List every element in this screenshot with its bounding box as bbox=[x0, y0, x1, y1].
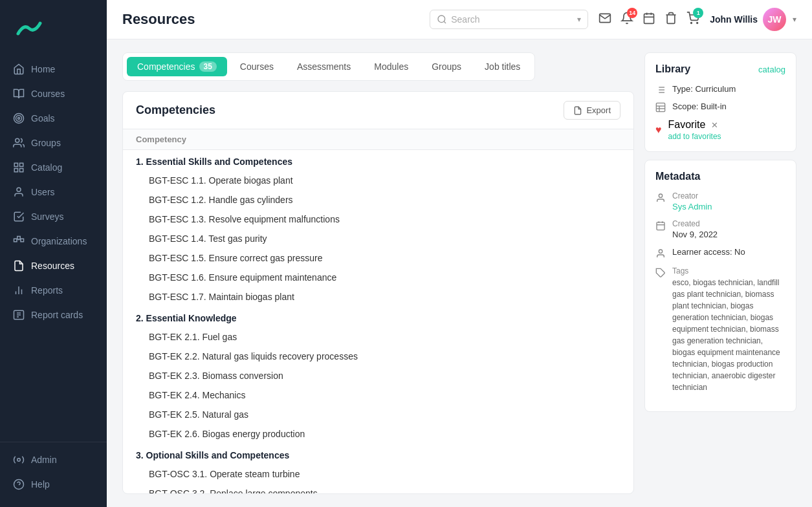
calendar-button[interactable] bbox=[642, 12, 655, 27]
sidebar-item-help-label: Help bbox=[31, 479, 50, 490]
tags-row: Tags esco, biogas technician, landfill g… bbox=[655, 266, 785, 393]
heart-icon: ♥ bbox=[655, 124, 662, 136]
content-area: Competencies 35 Courses Assessments Modu… bbox=[107, 39, 812, 507]
add-to-favorites-link[interactable]: add to favorites bbox=[668, 132, 721, 141]
library-scope-row: Scope: Built-in bbox=[655, 102, 785, 113]
sidebar-item-admin-label: Admin bbox=[31, 455, 57, 465]
export-label: Export bbox=[586, 105, 611, 115]
calendar-meta-icon bbox=[655, 221, 666, 231]
list-item[interactable]: BGT-ESC 1.5. Ensure correct gas pressure bbox=[123, 248, 633, 268]
surveys-icon bbox=[13, 211, 25, 222]
export-button[interactable]: Export bbox=[564, 101, 620, 120]
tab-groups[interactable]: Groups bbox=[421, 57, 472, 76]
tags-icon bbox=[655, 268, 666, 278]
tab-competencies[interactable]: Competencies 35 bbox=[127, 57, 227, 76]
list-item[interactable]: BGT-EK 2.4. Mechanics bbox=[123, 385, 633, 405]
right-panel: Library catalog Type: Curriculum Scope: … bbox=[644, 52, 796, 494]
tags-label: Tags bbox=[672, 266, 785, 275]
main-content: Resources Search ▾ 14 bbox=[107, 0, 812, 507]
sidebar-item-resources-label: Resources bbox=[31, 261, 74, 271]
list-item[interactable]: BGT-ESC 1.3. Resolve equipment malfuncti… bbox=[123, 210, 633, 229]
list-item[interactable]: BGT-ESC 1.4. Test gas purity bbox=[123, 229, 633, 248]
search-bar[interactable]: Search ▾ bbox=[430, 10, 588, 29]
search-placeholder: Search bbox=[451, 14, 573, 25]
list-item[interactable]: BGT-OSC 3.1. Operate steam turbine bbox=[123, 464, 633, 484]
sidebar-item-surveys[interactable]: Surveys bbox=[0, 204, 107, 229]
favorite-label: Favorite ✕ bbox=[668, 119, 721, 131]
tab-job-titles[interactable]: Job titles bbox=[474, 57, 531, 76]
catalog-icon bbox=[13, 162, 25, 173]
sidebar-item-goals-label: Goals bbox=[31, 113, 55, 124]
list-item[interactable]: BGT-ESC 1.7. Maintain biogas plant bbox=[123, 287, 633, 307]
creator-content: Creator Sys Admin bbox=[672, 191, 712, 211]
sidebar-item-resources[interactable]: Resources bbox=[0, 253, 107, 278]
tab-courses[interactable]: Courses bbox=[230, 57, 284, 76]
cart-button[interactable]: 1 bbox=[686, 12, 699, 27]
list-item[interactable]: BGT-EK 2.3. Biomass conversion bbox=[123, 366, 633, 385]
creator-row: Creator Sys Admin bbox=[655, 191, 785, 211]
sidebar-item-organizations[interactable]: Organizations bbox=[0, 229, 107, 253]
svg-point-25 bbox=[438, 16, 445, 23]
sidebar-item-home[interactable]: Home bbox=[0, 57, 107, 81]
sidebar-item-report-cards[interactable]: Report cards bbox=[0, 303, 107, 327]
sidebar-item-groups[interactable]: Groups bbox=[0, 131, 107, 155]
list-item[interactable]: BGT-EK 2.5. Natural gas bbox=[123, 405, 633, 424]
competency-group-2: 2. Essential Knowledge bbox=[123, 307, 633, 327]
sidebar-item-courses[interactable]: Courses bbox=[0, 81, 107, 106]
list-item[interactable]: BGT-ESC 1.6. Ensure equipment maintenanc… bbox=[123, 268, 633, 287]
metadata-title: Metadata bbox=[655, 171, 700, 182]
user-menu[interactable]: John Willis JW ▾ bbox=[710, 8, 796, 31]
creator-name[interactable]: Sys Admin bbox=[672, 202, 712, 211]
svg-point-48 bbox=[659, 250, 662, 253]
left-column: Competencies 35 Courses Assessments Modu… bbox=[122, 52, 634, 494]
search-dropdown-icon[interactable]: ▾ bbox=[577, 15, 581, 24]
list-item[interactable]: BGT-EK 2.6. Biogas energy production bbox=[123, 424, 633, 444]
svg-point-1 bbox=[16, 116, 22, 122]
mail-icon bbox=[598, 12, 611, 25]
svg-rect-39 bbox=[656, 103, 664, 111]
header: Resources Search ▾ 14 bbox=[107, 0, 812, 39]
calendar-icon bbox=[642, 12, 655, 25]
reports-icon bbox=[13, 285, 25, 296]
list-item[interactable]: BGT-EK 2.2. Natural gas liquids recovery… bbox=[123, 347, 633, 366]
svg-rect-10 bbox=[17, 237, 21, 240]
users-icon bbox=[13, 186, 25, 198]
svg-line-26 bbox=[444, 21, 446, 23]
sidebar-item-reports[interactable]: Reports bbox=[0, 278, 107, 303]
resources-icon bbox=[13, 260, 25, 272]
sidebar-bottom: Admin Help bbox=[0, 442, 107, 497]
sidebar-item-users[interactable]: Users bbox=[0, 180, 107, 204]
catalog-link[interactable]: catalog bbox=[758, 65, 785, 74]
sidebar-item-organizations-label: Organizations bbox=[31, 236, 87, 246]
column-header: Competency bbox=[123, 129, 633, 150]
tab-competencies-count: 35 bbox=[199, 61, 217, 72]
library-title: Library bbox=[655, 63, 690, 75]
logo[interactable] bbox=[0, 10, 107, 57]
sidebar-item-reports-label: Reports bbox=[31, 285, 63, 296]
sidebar-item-catalog[interactable]: Catalog bbox=[0, 155, 107, 180]
sidebar: Home Courses Goals Groups Catalog Users bbox=[0, 0, 107, 507]
notifications-button[interactable]: 14 bbox=[620, 12, 633, 27]
sidebar-item-surveys-label: Surveys bbox=[31, 211, 64, 222]
sidebar-item-admin[interactable]: Admin bbox=[0, 448, 107, 472]
svg-point-32 bbox=[697, 23, 698, 24]
trash-button[interactable] bbox=[664, 12, 677, 27]
tab-assessments[interactable]: Assessments bbox=[287, 57, 361, 76]
mail-button[interactable] bbox=[598, 12, 611, 27]
creator-label: Creator bbox=[672, 191, 712, 200]
svg-rect-27 bbox=[644, 14, 654, 23]
list-item[interactable]: BGT-EK 2.1. Fuel gas bbox=[123, 327, 633, 347]
sidebar-item-goals[interactable]: Goals bbox=[0, 106, 107, 131]
sidebar-navigation: Home Courses Goals Groups Catalog Users bbox=[0, 57, 107, 442]
list-item[interactable]: BGT-OSC 3.2. Replace large components bbox=[123, 484, 633, 493]
tab-modules[interactable]: Modules bbox=[364, 57, 419, 76]
list-item[interactable]: BGT-ESC 1.2. Handle gas cylinders bbox=[123, 190, 633, 210]
help-icon bbox=[13, 479, 25, 490]
list-item[interactable]: BGT-ESC 1.1. Operate biogas plant bbox=[123, 171, 633, 190]
favorite-x-icon[interactable]: ✕ bbox=[711, 120, 718, 130]
sidebar-item-help[interactable]: Help bbox=[0, 472, 107, 497]
organizations-icon bbox=[13, 235, 25, 247]
library-type-row: Type: Curriculum bbox=[655, 84, 785, 95]
competency-group-1: 1. Essential Skills and Competences bbox=[123, 150, 633, 171]
learner-icon bbox=[655, 248, 666, 259]
